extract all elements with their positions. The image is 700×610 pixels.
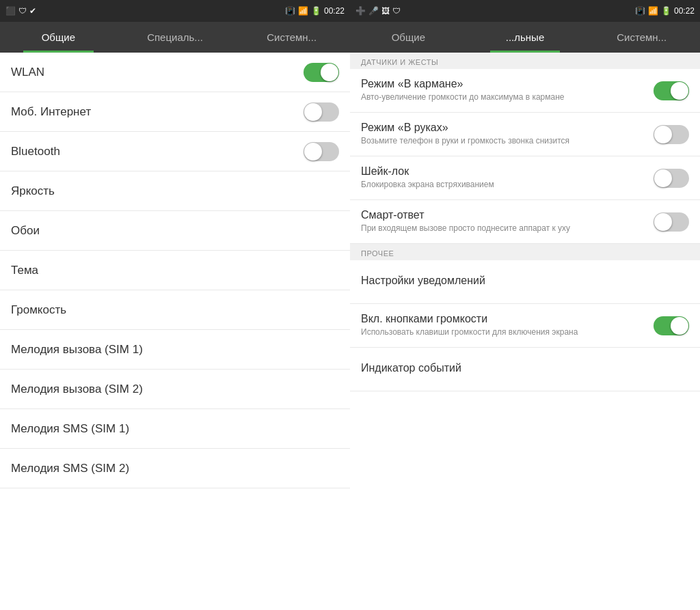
toggle-knob-volume-button [671, 317, 688, 335]
list-item-volume-button[interactable]: Вкл. кнопками громкости Использовать кла… [350, 304, 700, 348]
toggle-knob-bluetooth [304, 143, 322, 161]
status-icons-left-right: ➕ 🎤 🖼 🛡 [355, 6, 401, 16]
status-bar-left: ⬛ 🛡 ✔ 📳 📶 🔋 00:22 [0, 0, 350, 22]
shield-icon: 🛡 [18, 6, 27, 16]
section-header-other: ПРОЧЕЕ [350, 244, 700, 260]
list-item-theme[interactable]: Тема [0, 251, 350, 290]
toggle-knob-hand-mode [654, 126, 672, 143]
status-bar-right: ➕ 🎤 🖼 🛡 📳 📶 🔋 00:22 [350, 0, 700, 22]
toggle-knob-pocket-mode [671, 82, 688, 100]
list-item-brightness[interactable]: Яркость [0, 171, 350, 211]
list-item-sms-sim1[interactable]: Мелодия SMS (SIM 1) [0, 409, 350, 449]
right-list: ДАТЧИКИ И ЖЕСТЫ Режим «В кармане» Авто-у… [350, 53, 700, 610]
left-list: WLAN Моб. Интернет Bluetooth Яркость Обо… [0, 53, 350, 610]
toggle-bluetooth[interactable] [304, 142, 339, 161]
toggle-knob-shake-lock [654, 169, 672, 187]
list-item-wlan[interactable]: WLAN [0, 53, 350, 92]
toggle-knob-smart-reply [654, 213, 672, 231]
time-display-right: 00:22 [674, 6, 695, 16]
toggle-knob-wlan [321, 64, 338, 81]
tab-special-right[interactable]: ...льные [467, 22, 584, 53]
screenshot-icon: ⬛ [5, 6, 16, 16]
time-display-left: 00:22 [324, 6, 345, 16]
toggle-hand-mode[interactable] [654, 125, 689, 144]
toggle-knob-mobile-internet [304, 103, 322, 121]
check-icon: ✔ [29, 6, 36, 16]
mic-icon: 🎤 [368, 6, 379, 16]
image-icon: 🖼 [381, 6, 390, 16]
list-item-shake-lock[interactable]: Шейк-лок Блокировка экрана встряхиванием [350, 156, 700, 200]
wifi2-icon: 📶 [648, 6, 658, 16]
toggle-volume-button[interactable] [654, 316, 689, 335]
list-item-smart-reply[interactable]: Смарт-ответ При входящем вызове просто п… [350, 200, 700, 244]
tab-general-left[interactable]: Общие [0, 22, 117, 53]
list-item-pocket-mode[interactable]: Режим «В кармане» Авто-увеличение громко… [350, 69, 700, 113]
list-item-bluetooth[interactable]: Bluetooth [0, 132, 350, 171]
list-item-wallpaper[interactable]: Обои [0, 211, 350, 251]
battery-icon: 🔋 [311, 6, 321, 16]
tab-system-right[interactable]: Системн... [583, 22, 700, 53]
tabs-right: Общие ...льные Системн... [350, 22, 700, 53]
left-panel: ⬛ 🛡 ✔ 📳 📶 🔋 00:22 Общие Специаль... Сист… [0, 0, 350, 610]
list-item-volume[interactable]: Громкость [0, 290, 350, 330]
list-item-ringtone-sim2[interactable]: Мелодия вызова (SIM 2) [0, 370, 350, 409]
toggle-shake-lock[interactable] [654, 169, 689, 188]
status-icons-left: ⬛ 🛡 ✔ [5, 6, 36, 16]
plus-icon: ➕ [355, 6, 366, 16]
tabs-left: Общие Специаль... Системн... [0, 22, 350, 53]
list-item-ringtone-sim1[interactable]: Мелодия вызова (SIM 1) [0, 330, 350, 370]
status-icons-right-right: 📳 📶 🔋 00:22 [635, 6, 695, 16]
shield2-icon: 🛡 [392, 6, 401, 16]
vibrate2-icon: 📳 [635, 6, 645, 16]
tab-system-left[interactable]: Системн... [233, 22, 350, 53]
list-item-notification-settings[interactable]: Настройки уведомлений [350, 260, 700, 304]
battery2-icon: 🔋 [661, 6, 671, 16]
right-panel: ➕ 🎤 🖼 🛡 📳 📶 🔋 00:22 Общие ...льные Систе… [350, 0, 700, 610]
list-item-sms-sim2[interactable]: Мелодия SMS (SIM 2) [0, 449, 350, 488]
wifi-icon: 📶 [298, 6, 308, 16]
list-item-hand-mode[interactable]: Режим «В руках» Возьмите телефон в руки … [350, 113, 700, 156]
toggle-pocket-mode[interactable] [654, 81, 689, 100]
toggle-mobile-internet[interactable] [304, 102, 339, 122]
list-item-mobile-internet[interactable]: Моб. Интернет [0, 92, 350, 132]
tab-special-left[interactable]: Специаль... [117, 22, 234, 53]
list-item-event-indicator[interactable]: Индикатор событий [350, 348, 700, 391]
tab-general-right[interactable]: Общие [350, 22, 467, 53]
status-icons-right: 📳 📶 🔋 00:22 [285, 6, 345, 16]
toggle-wlan[interactable] [304, 63, 339, 82]
section-header-sensors: ДАТЧИКИ И ЖЕСТЫ [350, 53, 700, 69]
vibrate-icon: 📳 [285, 6, 295, 16]
toggle-smart-reply[interactable] [654, 212, 689, 232]
